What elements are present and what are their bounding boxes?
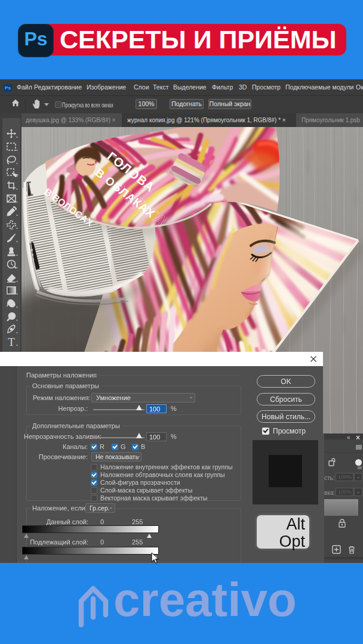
svg-text:T: T [8, 336, 15, 348]
